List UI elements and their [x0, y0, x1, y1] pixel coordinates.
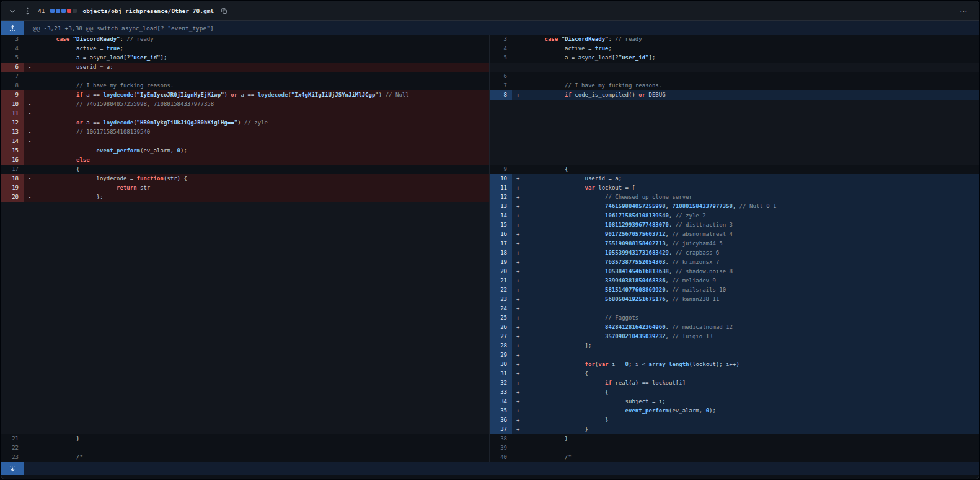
line-number[interactable]: 5 — [1, 53, 24, 63]
diffstat-block-del — [67, 9, 71, 13]
line-number[interactable]: 15 — [1, 146, 24, 155]
file-options-button[interactable]: ⋯ — [958, 6, 969, 17]
diff-cell-right: 30+ for(var i = 0; i < array_length(lock… — [489, 360, 979, 369]
code-line: if real(a) == lockout[i] — [524, 378, 979, 388]
line-number[interactable]: 9 — [490, 165, 512, 174]
diff-marker — [24, 369, 36, 378]
diff-marker — [24, 44, 36, 53]
line-number[interactable]: 21 — [490, 276, 512, 286]
line-number[interactable]: 23 — [490, 295, 512, 304]
line-number[interactable]: 26 — [490, 323, 512, 332]
line-number[interactable]: 15 — [490, 220, 512, 230]
diff-cell-right: 17+ 755190988158402713, // juicyham44 5 — [489, 239, 979, 248]
copy-path-button[interactable] — [219, 6, 229, 15]
diff-cell-right: 27+ 357090210435039232, // luigio 13 — [489, 332, 979, 341]
line-number[interactable]: 30 — [490, 360, 512, 369]
line-number[interactable]: 40 — [490, 453, 512, 462]
line-number[interactable]: 14 — [1, 137, 24, 146]
line-number[interactable]: 22 — [490, 286, 512, 295]
line-number[interactable]: 13 — [1, 128, 24, 137]
line-number[interactable]: 4 — [490, 44, 512, 53]
file-path[interactable]: objects/obj_richpresence/Other_70.gml — [82, 7, 214, 14]
diff-row: 37+ } — [1, 425, 979, 434]
line-number[interactable]: 32 — [490, 378, 512, 388]
line-number[interactable]: 17 — [490, 239, 512, 248]
expand-up-button[interactable] — [1, 21, 24, 35]
line-number[interactable]: 9 — [1, 90, 24, 100]
line-number[interactable]: 23 — [1, 453, 24, 462]
code-line: else — [36, 155, 489, 165]
diff-row: 24+ — [1, 304, 979, 313]
code-line: ]; — [524, 341, 979, 351]
line-number[interactable]: 24 — [490, 304, 512, 313]
expand-all-hunks-button[interactable] — [23, 6, 32, 17]
line-number[interactable]: 16 — [490, 230, 512, 239]
line-number[interactable]: 28 — [490, 341, 512, 351]
code-line: { — [524, 388, 979, 397]
line-number[interactable]: 18 — [1, 174, 24, 183]
line-number[interactable]: 6 — [490, 72, 512, 81]
line-number[interactable]: 20 — [1, 193, 24, 202]
line-number[interactable]: 4 — [1, 44, 24, 53]
diff-cell-right: 19+ 763573877552054303, // krimzonsx 7 — [489, 258, 979, 267]
line-number[interactable]: 33 — [490, 388, 512, 397]
diff-cell-left: 17 { — [1, 165, 489, 174]
diff-marker — [24, 165, 36, 174]
line-number[interactable]: 11 — [490, 183, 512, 193]
line-number — [1, 369, 24, 378]
line-number[interactable]: 18 — [490, 248, 512, 258]
line-number[interactable]: 12 — [1, 118, 24, 128]
diff-cell-right: 34+ subject = i; — [489, 397, 979, 406]
line-number[interactable]: 29 — [490, 351, 512, 360]
diff-cell-left — [1, 323, 489, 332]
code-line: 568050419251675176, // kenan238 11 — [524, 295, 979, 304]
line-number[interactable]: 21 — [1, 434, 24, 443]
line-number[interactable]: 35 — [490, 406, 512, 416]
diff-cell-left — [1, 248, 489, 258]
code-line — [36, 341, 489, 351]
line-number[interactable]: 37 — [490, 425, 512, 434]
line-number[interactable]: 19 — [490, 258, 512, 267]
copy-icon — [221, 7, 227, 14]
line-number[interactable]: 36 — [490, 416, 512, 425]
line-number[interactable]: 20 — [490, 267, 512, 276]
line-number[interactable]: 38 — [490, 434, 512, 443]
line-number[interactable]: 7 — [490, 81, 512, 90]
diff-marker: + — [512, 211, 524, 220]
line-number — [1, 276, 24, 286]
line-number[interactable]: 19 — [1, 183, 24, 193]
line-number[interactable]: 13 — [490, 202, 512, 211]
line-number[interactable]: 27 — [490, 332, 512, 341]
code-line — [36, 406, 489, 416]
expand-down-button[interactable] — [1, 462, 24, 475]
line-number[interactable]: 14 — [490, 211, 512, 220]
diff-marker — [512, 165, 524, 174]
line-number[interactable]: 5 — [490, 53, 512, 63]
line-number[interactable]: 12 — [490, 193, 512, 202]
line-number[interactable]: 7 — [1, 72, 24, 81]
collapse-file-button[interactable] — [7, 6, 17, 16]
code-line: 1053841454616813638, // shadow.noise 8 — [524, 267, 979, 276]
line-number[interactable]: 8 — [490, 90, 512, 100]
diff-row: 9- if a == loydecode("IyEmIycoJR0jIignHy… — [1, 90, 979, 100]
diff-cell-left — [1, 202, 489, 211]
line-number[interactable]: 34 — [490, 397, 512, 406]
line-number[interactable]: 11 — [1, 109, 24, 118]
line-number[interactable]: 31 — [490, 369, 512, 378]
line-number[interactable]: 10 — [1, 100, 24, 109]
line-number[interactable]: 17 — [1, 165, 24, 174]
diff-cell-left: 13- // 1061715854108139540 — [1, 128, 489, 137]
line-number[interactable]: 16 — [1, 155, 24, 165]
line-number[interactable]: 3 — [1, 35, 24, 44]
line-number[interactable]: 8 — [1, 81, 24, 90]
line-number[interactable]: 25 — [490, 313, 512, 323]
diff-marker: + — [512, 286, 524, 295]
diff-marker — [24, 211, 36, 220]
line-number[interactable]: 39 — [490, 443, 512, 453]
diff-marker — [24, 295, 36, 304]
diff-marker — [512, 53, 524, 63]
line-number[interactable]: 6 — [1, 63, 24, 72]
line-number[interactable]: 10 — [490, 174, 512, 183]
line-number[interactable]: 22 — [1, 443, 24, 453]
line-number[interactable]: 3 — [490, 35, 512, 44]
